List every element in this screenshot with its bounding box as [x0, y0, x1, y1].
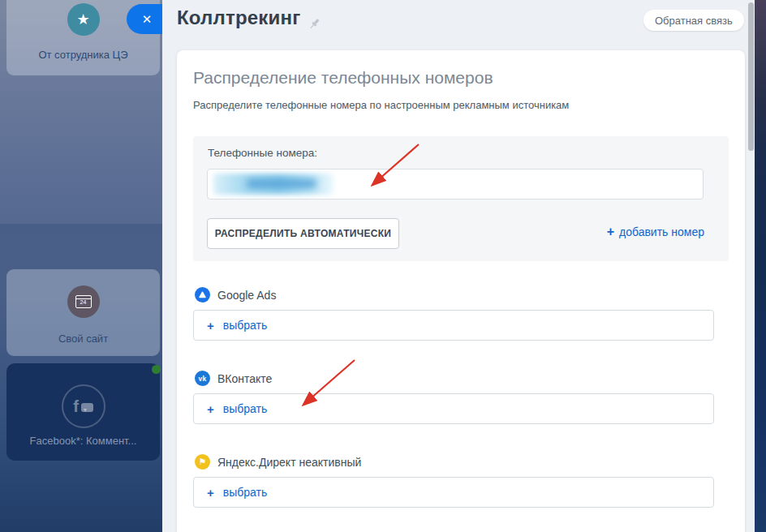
website-icon [67, 285, 100, 318]
source-row-yandex-direct: ⚑ Яндекс.Директ неактивный [195, 454, 361, 470]
select-label: выбрать [223, 402, 268, 415]
comment-bubble-glyph [81, 403, 93, 412]
integration-card-label: Facebook*: Коммент... [6, 435, 160, 447]
add-number-label: добавить номер [619, 225, 704, 238]
select-numbers-yandex[interactable]: + выбрать [193, 477, 714, 508]
phone-numbers-input[interactable] [207, 169, 704, 200]
source-row-google-ads: Google Ads [195, 287, 276, 302]
page-title-text: Коллтрекинг [177, 6, 300, 29]
blurred-phone-number-text [247, 179, 316, 188]
facebook-comment-icon: f [62, 384, 105, 428]
google-ads-icon [195, 287, 210, 302]
background-page-edge [755, 0, 766, 532]
facebook-f-glyph: f [73, 398, 79, 414]
plus-icon: + [207, 320, 214, 332]
feedback-button[interactable]: Обратная связь [643, 10, 744, 31]
vk-icon: vk [195, 371, 210, 386]
calltracking-panel: Коллтрекинг Обратная связь Распределение… [162, 0, 755, 532]
section-subtitle: Распределите телефонные номера по настро… [193, 99, 569, 111]
star-glyph: ★ [76, 11, 89, 28]
plus-icon: + [207, 403, 214, 415]
select-label: выбрать [223, 486, 268, 499]
plus-icon: + [607, 225, 614, 238]
integration-card-label: От сотрудника ЦЭ [6, 49, 160, 61]
plus-icon: + [207, 487, 214, 499]
close-panel-button[interactable]: ✕ [127, 4, 162, 34]
integration-card-facebook-comments[interactable]: f Facebook*: Коммент... [6, 363, 160, 461]
active-status-badge [152, 365, 161, 374]
select-numbers-google[interactable]: + выбрать [193, 310, 714, 341]
calltracking-screen: ★ От сотрудника ЦЭ Свой сайт f Facebook*… [0, 0, 766, 532]
dimmed-background: ★ От сотрудника ЦЭ Свой сайт f Facebook*… [0, 0, 162, 532]
source-row-vkontakte: vk ВКонтакте [195, 371, 272, 386]
distribute-automatically-button[interactable]: РАСПРЕДЕЛИТЬ АВТОМАТИЧЕСКИ [207, 218, 399, 249]
page-title: Коллтрекинг [177, 6, 321, 29]
source-name: Google Ads [217, 289, 276, 302]
integration-card-label: Свой сайт [6, 332, 160, 345]
scrollbar-thumb[interactable] [748, 2, 754, 151]
star-icon: ★ [67, 3, 100, 36]
source-name: ВКонтакте [217, 372, 272, 385]
select-numbers-vk[interactable]: + выбрать [193, 393, 714, 424]
close-icon: ✕ [142, 12, 153, 26]
pin-icon[interactable] [308, 13, 321, 27]
select-label: выбрать [223, 319, 268, 332]
content-card: Распределение телефонных номеров Распред… [177, 50, 745, 532]
phone-numbers-label: Телефонные номера: [208, 147, 317, 159]
browser-window-glyph [75, 295, 92, 308]
source-name: Яндекс.Директ неактивный [217, 456, 361, 469]
phone-numbers-block: Телефонные номера: РАСПРЕДЕЛИТЬ АВТОМАТИ… [193, 136, 729, 261]
section-title: Распределение телефонных номеров [193, 68, 493, 88]
add-number-link[interactable]: + добавить номер [607, 225, 704, 238]
yandex-direct-icon: ⚑ [195, 454, 210, 470]
integration-card-own-site[interactable]: Свой сайт [6, 269, 160, 356]
